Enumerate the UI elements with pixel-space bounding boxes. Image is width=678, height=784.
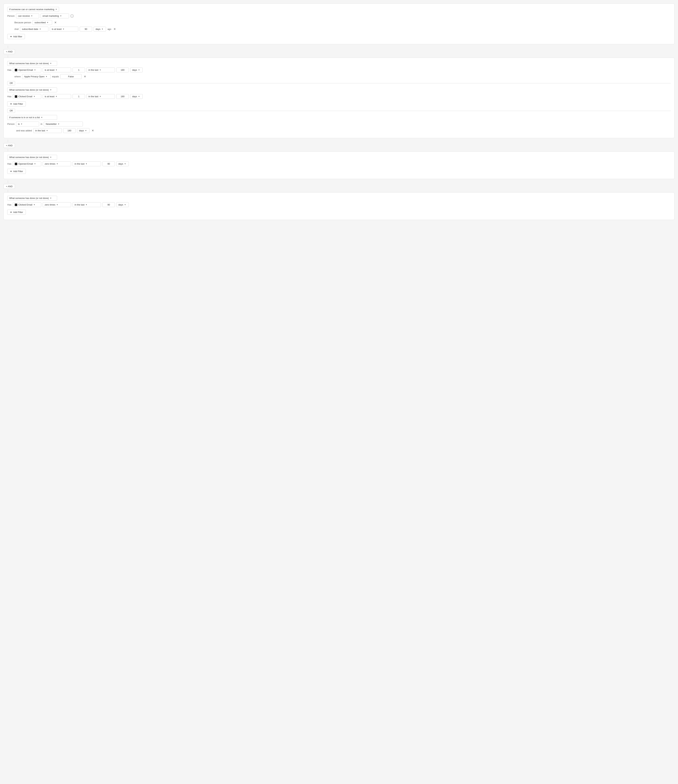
- opened-email-label: Opened Email: [18, 68, 33, 71]
- because-chevron: ▼: [47, 22, 48, 23]
- in-last-label-3: in the last: [75, 162, 84, 165]
- filter-icon-2: ▼: [10, 103, 12, 105]
- block-activity-group: What someone has done (or not done) ▼ Ha…: [3, 58, 675, 138]
- because-select[interactable]: subscribed ▼: [33, 20, 52, 25]
- clicked-email-chevron-2: ▼: [33, 204, 35, 206]
- activity-type-dropdown-3[interactable]: What someone has done (or not done) ▼: [7, 155, 57, 160]
- is-at-least-dropdown-3[interactable]: is at least ▼: [43, 94, 71, 99]
- can-receive-dropdown[interactable]: can receive ▼: [16, 14, 39, 18]
- is-at-least-label-1: is at least: [52, 28, 62, 30]
- or-button-1[interactable]: OR: [7, 81, 15, 86]
- zero-times-dropdown-2[interactable]: zero times ▼: [43, 202, 71, 207]
- timeframe-value-4[interactable]: [103, 202, 115, 207]
- because-label: Because person: [14, 21, 31, 24]
- equals-label-1: equals: [52, 75, 59, 78]
- clicked-email-label-2: Clicked Email: [18, 203, 33, 206]
- clicked-email-label: Clicked Email: [18, 95, 33, 98]
- count-input-2[interactable]: [73, 94, 85, 99]
- newsletter-chevron: ▼: [58, 123, 59, 125]
- person-is-chevron: ▼: [21, 123, 23, 125]
- can-receive-label: can receive: [18, 15, 30, 17]
- filter-icon-4: ▼: [10, 211, 12, 213]
- marketing-type-dropdown[interactable]: If someone can or cannot receive marketi…: [7, 7, 59, 12]
- timeframe-unit-label-2: days: [132, 95, 137, 98]
- add-filter-btn-1[interactable]: ▼ Add filter: [7, 34, 25, 39]
- because-value: subscribed: [34, 21, 46, 24]
- clicked-email-dropdown-2[interactable]: Clicked Email ▼: [13, 202, 41, 207]
- clicked-email-icon: [15, 95, 17, 98]
- in-last-dropdown-4[interactable]: in the last ▼: [73, 202, 101, 207]
- and-close-btn-1[interactable]: ✕: [113, 27, 117, 31]
- because-close-btn[interactable]: ✕: [53, 21, 57, 24]
- added-timeframe-dropdown[interactable]: in the last ▼: [33, 128, 62, 133]
- newsletter-dropdown[interactable]: Newsletter ▼: [44, 121, 83, 126]
- marketing-type-chevron: ▼: [55, 8, 57, 10]
- zero-times-chevron-1: ▼: [56, 163, 58, 165]
- timeframe-value-1[interactable]: [116, 68, 129, 72]
- subscribed-date-label: subscribed date: [22, 28, 38, 30]
- timeframe-unit-dropdown-2[interactable]: days ▼: [130, 94, 143, 99]
- is-at-least-dropdown-2[interactable]: is at least ▼: [43, 68, 71, 72]
- activity-type-dropdown-2[interactable]: What someone has done (or not done) ▼: [7, 87, 57, 92]
- add-filter-btn-2[interactable]: ▼ Add Filter: [7, 101, 26, 106]
- days-value-input-1[interactable]: [79, 26, 92, 31]
- has-label-4: Has: [7, 203, 11, 206]
- in-last-chevron-1: ▼: [100, 69, 101, 71]
- channel-dropdown[interactable]: email marketing ▼: [41, 14, 69, 18]
- and-connector-1: + AND: [3, 49, 675, 54]
- in-last-chevron-2: ▼: [100, 95, 101, 97]
- clicked-email-icon-2: [15, 204, 17, 206]
- or-button-2[interactable]: OR: [7, 109, 15, 113]
- list-type-dropdown[interactable]: If someone is in or not in a list ▼: [7, 115, 57, 120]
- clicked-email-dropdown[interactable]: Clicked Email ▼: [13, 94, 41, 99]
- added-timeframe-label: in the last: [35, 129, 45, 132]
- where-field-dropdown[interactable]: Apple Privacy Open ▼: [22, 74, 50, 79]
- zero-times-dropdown-1[interactable]: zero times ▼: [43, 162, 71, 166]
- opened-email-dropdown[interactable]: Opened Email ▼: [13, 68, 41, 72]
- has-label-1: Has: [7, 68, 11, 71]
- added-close-btn[interactable]: ✕: [91, 129, 95, 132]
- opened-email-icon: [15, 69, 17, 71]
- block-marketing: If someone can or cannot receive marketi…: [3, 3, 675, 44]
- is-at-least-chevron-3: ▼: [56, 95, 57, 97]
- add-filter-btn-4[interactable]: ▼ Add Filter: [7, 210, 26, 215]
- in-last-dropdown-3[interactable]: in the last ▼: [73, 162, 101, 166]
- activity-type-dropdown-1[interactable]: What someone has done (or not done) ▼: [7, 61, 57, 66]
- timeframe-unit-dropdown-3[interactable]: days ▼: [116, 162, 129, 166]
- is-at-least-dropdown-1[interactable]: is at least ▼: [50, 26, 78, 31]
- timeframe-value-3[interactable]: [103, 162, 115, 166]
- opened-email-icon-2: [15, 163, 17, 165]
- count-input-1[interactable]: [73, 68, 85, 72]
- timeframe-unit-dropdown-1[interactable]: days ▼: [130, 68, 143, 72]
- activity-type-label-4: What someone has done (or not done): [9, 197, 49, 199]
- activity-type-dropdown-4[interactable]: What someone has done (or not done) ▼: [7, 196, 57, 201]
- timeframe-unit-label-3: days: [118, 162, 123, 165]
- added-value-input[interactable]: [63, 128, 76, 133]
- days-unit-dropdown-1[interactable]: days ▼: [94, 26, 106, 31]
- and-button-1[interactable]: + AND: [3, 49, 15, 54]
- channel-label: email marketing: [42, 15, 59, 17]
- activity-type-chevron-1: ▼: [50, 62, 52, 64]
- subscribed-date-dropdown[interactable]: subscribed date ▼: [20, 26, 48, 31]
- timeframe-unit-label-1: days: [132, 68, 137, 71]
- in-last-dropdown-1[interactable]: in the last ▼: [86, 68, 115, 72]
- timeframe-unit-dropdown-4[interactable]: days ▼: [116, 202, 129, 207]
- where-close-btn[interactable]: ✕: [83, 75, 87, 78]
- and-button-3[interactable]: + AND: [3, 184, 15, 189]
- days-unit-label-1: days: [95, 28, 100, 30]
- person-label-1: Person: [7, 15, 15, 17]
- person-is-dropdown[interactable]: is ▼: [16, 121, 39, 126]
- and-button-2[interactable]: + AND: [3, 143, 15, 148]
- info-icon-marketing[interactable]: i: [70, 14, 74, 18]
- opened-email-dropdown-2[interactable]: Opened Email ▼: [13, 162, 41, 166]
- in-last-label-2: in the last: [89, 95, 98, 98]
- subscribed-date-chevron: ▼: [39, 28, 41, 30]
- zero-times-label-2: zero times: [45, 203, 55, 206]
- timeframe-value-2[interactable]: [116, 94, 129, 99]
- where-value-input[interactable]: [60, 74, 82, 79]
- add-filter-btn-3[interactable]: ▼ Add Filter: [7, 169, 26, 174]
- in-last-dropdown-2[interactable]: in the last ▼: [86, 94, 115, 99]
- added-unit-dropdown[interactable]: days ▼: [77, 128, 89, 133]
- person-in-label: in: [41, 123, 42, 125]
- can-receive-chevron: ▼: [31, 15, 33, 17]
